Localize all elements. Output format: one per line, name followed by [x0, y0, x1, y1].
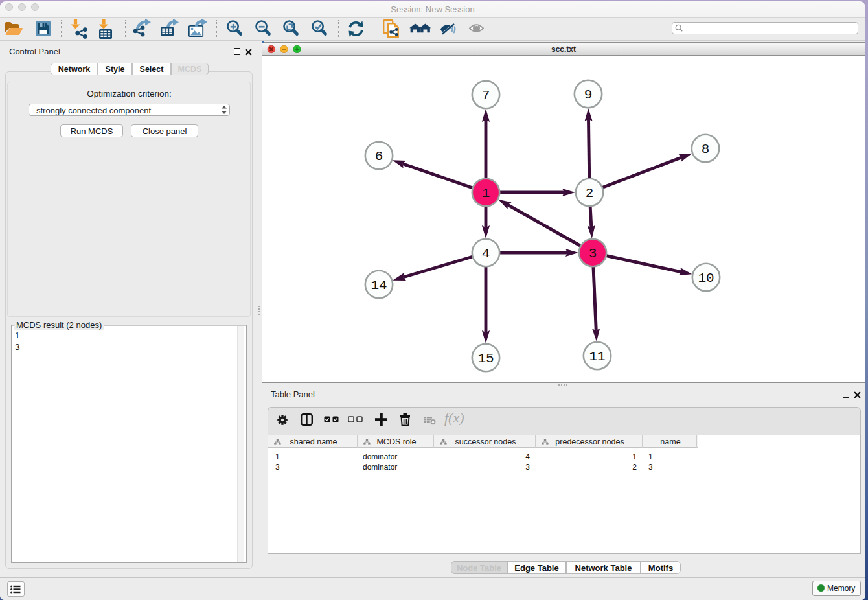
svg-text:8: 8 — [702, 142, 710, 157]
svg-text:9: 9 — [584, 87, 593, 102]
svg-text:6: 6 — [375, 149, 383, 164]
svg-text:1: 1 — [482, 186, 490, 201]
svg-text:2: 2 — [586, 186, 594, 201]
svg-text:4: 4 — [482, 246, 490, 261]
svg-text:15: 15 — [477, 351, 494, 366]
svg-text:7: 7 — [482, 88, 490, 103]
svg-text:11: 11 — [589, 349, 605, 364]
svg-text:10: 10 — [698, 271, 714, 286]
svg-text:14: 14 — [371, 278, 387, 293]
svg-text:3: 3 — [589, 246, 597, 261]
